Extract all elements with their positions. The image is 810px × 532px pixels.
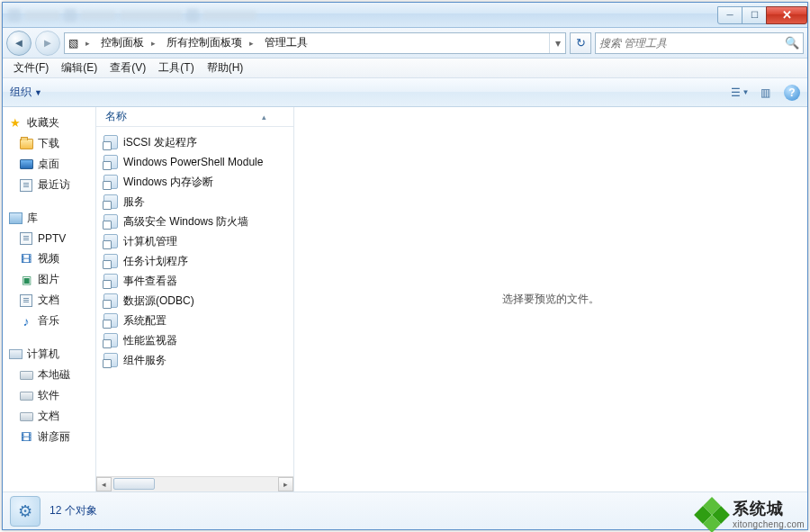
drive-icon <box>20 371 33 380</box>
list-item[interactable]: 性能监视器 <box>100 330 293 350</box>
sidebar-music[interactable]: ♪音乐 <box>3 311 95 331</box>
list-item[interactable]: 组件服务 <box>100 350 293 370</box>
shortcut-icon <box>104 274 118 288</box>
menu-edit[interactable]: 编辑(E) <box>56 59 103 77</box>
scroll-right-button[interactable]: ▸ <box>278 477 293 491</box>
search-icon[interactable]: 🔍 <box>785 36 799 50</box>
menu-help[interactable]: 帮助(H) <box>202 59 249 77</box>
menu-tools[interactable]: 工具(T) <box>153 59 199 77</box>
chevron-right-icon[interactable]: ▸ <box>148 39 159 48</box>
computer-icon <box>9 349 22 359</box>
list-item[interactable]: Windows PowerShell Module <box>100 152 293 172</box>
list-item-label: 事件查看器 <box>123 274 177 289</box>
sidebar-favorites[interactable]: ★ 收藏夹 <box>3 113 95 133</box>
preview-pane-button[interactable]: ▥ <box>753 83 777 103</box>
watermark-logo-icon <box>697 500 727 530</box>
maximize-button[interactable]: ☐ <box>742 6 767 24</box>
chevron-right-icon[interactable]: ▸ <box>246 39 257 48</box>
breadcrumb-seg2[interactable]: 所有控制面板项 <box>159 33 246 53</box>
list-item[interactable]: 数据源(ODBC) <box>100 291 293 311</box>
shortcut-icon <box>104 135 118 149</box>
list-item[interactable]: iSCSI 发起程序 <box>100 132 293 152</box>
list-item-label: 服务 <box>123 194 145 210</box>
sidebar-label: 收藏夹 <box>27 115 59 131</box>
drive-icon <box>20 392 33 401</box>
horizontal-scrollbar[interactable]: ◂ ▸ <box>96 476 293 491</box>
breadcrumb-seg3[interactable]: 管理工具 <box>257 33 311 53</box>
help-button[interactable]: ? <box>784 85 800 101</box>
video-icon: 🎞 <box>19 430 33 445</box>
sort-indicator-icon: ▴ <box>262 113 293 122</box>
sidebar-xieyan[interactable]: 🎞谢彦丽 <box>3 427 95 447</box>
sidebar-video[interactable]: 🎞视频 <box>3 248 95 269</box>
sidebar: ★ 收藏夹 下载 桌面 最近访 库 PPTV 🎞视频 ▣图片 文档 ♪音乐 计算… <box>3 107 96 491</box>
sidebar-computer[interactable]: 计算机 <box>3 344 95 365</box>
status-icon: ⚙ <box>10 496 40 527</box>
list-item[interactable]: Windows 内存诊断 <box>100 172 293 192</box>
music-icon: ♪ <box>19 314 33 329</box>
forward-button[interactable]: ► <box>35 31 60 56</box>
back-button[interactable]: ◄ <box>6 31 32 56</box>
sidebar-library[interactable]: 库 <box>3 208 95 229</box>
menu-view[interactable]: 查看(V) <box>104 59 151 77</box>
search-input[interactable] <box>599 37 785 50</box>
folder-icon <box>20 139 33 149</box>
chevron-right-icon[interactable]: ▸ <box>82 39 94 48</box>
sidebar-localdisk[interactable]: 本地磁 <box>3 365 95 385</box>
address-dropdown[interactable]: ▾ <box>549 33 565 53</box>
list-item[interactable]: 服务 <box>100 192 293 212</box>
sidebar-documents[interactable]: 文档 <box>3 290 95 311</box>
list-item[interactable]: 事件查看器 <box>100 271 293 291</box>
search-box[interactable]: 🔍 <box>595 32 804 54</box>
shortcut-icon <box>104 194 118 209</box>
breadcrumb-seg1[interactable]: 控制面板 <box>94 33 148 53</box>
titlebar[interactable]: ─ ☐ ✕ <box>3 3 807 28</box>
column-name[interactable]: 名称 <box>96 109 262 124</box>
preview-pane: 选择要预览的文件。 <box>294 107 807 491</box>
sidebar-pptv[interactable]: PPTV <box>3 229 95 248</box>
list-item-label: 高级安全 Windows 防火墙 <box>123 214 248 230</box>
watermark: 系统城 xitongcheng.com <box>697 500 805 530</box>
list-item[interactable]: 高级安全 Windows 防火墙 <box>100 212 293 231</box>
organize-button[interactable]: 组织▼ <box>10 85 42 100</box>
sidebar-software[interactable]: 软件 <box>3 385 95 406</box>
list-item-label: 系统配置 <box>123 313 166 329</box>
sidebar-docs2[interactable]: 文档 <box>3 406 95 427</box>
sidebar-recent[interactable]: 最近访 <box>3 175 95 195</box>
refresh-button[interactable]: ↻ <box>570 32 591 54</box>
scroll-track[interactable] <box>112 477 278 491</box>
preview-empty-text: 选择要预览的文件。 <box>502 292 599 307</box>
minimize-button[interactable]: ─ <box>717 6 742 24</box>
sidebar-pictures[interactable]: ▣图片 <box>3 269 95 290</box>
body: ★ 收藏夹 下载 桌面 最近访 库 PPTV 🎞视频 ▣图片 文档 ♪音乐 计算… <box>3 107 807 491</box>
shortcut-icon <box>104 293 118 308</box>
list-item-label: iSCSI 发起程序 <box>123 135 197 150</box>
scroll-thumb[interactable] <box>113 478 155 490</box>
scroll-left-button[interactable]: ◂ <box>96 477 112 491</box>
address-bar[interactable]: ▧ ▸ 控制面板 ▸ 所有控制面板项 ▸ 管理工具 ▾ <box>64 32 566 54</box>
titlebar-blur <box>8 9 718 22</box>
list-item-label: 任务计划程序 <box>123 254 188 269</box>
menu-file[interactable]: 文件(F) <box>8 59 54 77</box>
shortcut-icon <box>104 353 118 367</box>
list-header[interactable]: 名称 ▴ <box>96 107 293 127</box>
shortcut-icon <box>104 175 118 189</box>
cp-icon: ▧ <box>65 33 82 53</box>
drive-icon <box>20 412 33 421</box>
list-item[interactable]: 计算机管理 <box>100 231 293 251</box>
file-list: 名称 ▴ iSCSI 发起程序Windows PowerShell Module… <box>96 107 294 491</box>
watermark-url: xitongcheng.com <box>733 519 805 529</box>
desktop-icon <box>20 159 33 169</box>
view-mode-button[interactable]: ☰ ▼ <box>728 83 752 103</box>
shortcut-icon <box>104 313 118 328</box>
sidebar-downloads[interactable]: 下载 <box>3 133 95 154</box>
recent-icon <box>20 179 32 192</box>
close-button[interactable]: ✕ <box>766 6 807 24</box>
pictures-icon: ▣ <box>19 273 33 287</box>
sidebar-desktop[interactable]: 桌面 <box>3 154 95 175</box>
shortcut-icon <box>104 234 118 248</box>
document-icon <box>20 294 32 307</box>
list-item[interactable]: 任务计划程序 <box>100 251 293 271</box>
list-item[interactable]: 系统配置 <box>100 311 293 330</box>
status-count: 12 个对象 <box>50 503 97 518</box>
